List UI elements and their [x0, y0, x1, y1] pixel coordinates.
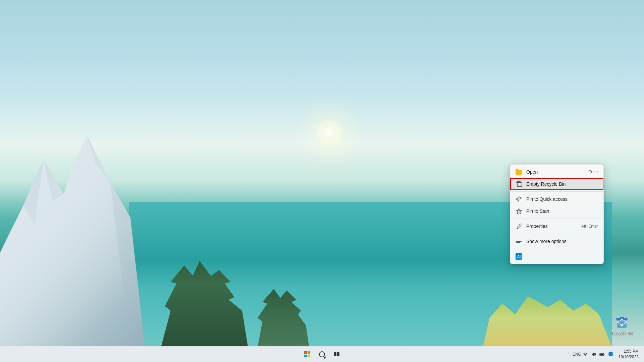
volume-icon [591, 352, 596, 357]
chevron-up-icon: ^ [567, 351, 571, 357]
system-tray: ^ ENG [565, 350, 614, 358]
task-view-button[interactable] [330, 348, 343, 361]
recycle-bin-image [614, 313, 630, 329]
wrench-icon [516, 223, 522, 230]
notification-badge: 10 [608, 352, 613, 356]
context-menu-properties-label: Properties [526, 224, 548, 229]
sun-decoration [316, 119, 342, 146]
svg-rect-7 [600, 354, 603, 355]
notification-button[interactable]: 10 [606, 350, 614, 358]
language-indicator[interactable]: ENG [573, 350, 581, 358]
context-menu-show-more-label: Show more options [526, 239, 567, 244]
context-menu-open-shortcut: Enter [588, 170, 598, 174]
folder-icon [516, 169, 522, 175]
context-menu-item-open[interactable]: Open Enter [510, 166, 603, 178]
taskbar-center [301, 348, 343, 361]
pin-quick-access-icon [516, 196, 522, 202]
svg-rect-3 [516, 240, 522, 240]
context-menu-item-pin-start[interactable]: Pin to Start [510, 205, 603, 217]
recycle-bin-label: Recycle Bin [611, 331, 633, 336]
context-menu-properties-shortcut: Alt+Enter [581, 224, 598, 229]
desktop: Recycle Bin Open Enter Empty Recycle Bin [0, 0, 644, 362]
context-menu-item-ai[interactable]: AI [510, 250, 603, 262]
context-menu-pin-start-label: Pin to Start [526, 208, 549, 214]
windows-logo [304, 351, 310, 357]
wifi-button[interactable] [581, 350, 589, 358]
start-button[interactable] [301, 348, 314, 361]
context-menu-divider-2 [510, 219, 603, 219]
svg-rect-5 [516, 242, 520, 243]
language-label: ENG [573, 352, 581, 357]
task-view-icon [334, 352, 339, 356]
context-menu-item-properties[interactable]: Properties Alt+Enter [510, 220, 603, 232]
svg-rect-4 [516, 241, 522, 242]
clock-date: 10/10/2023 [619, 354, 639, 360]
battery-icon [599, 352, 605, 357]
clock-time: 1:55 PM [619, 349, 639, 354]
wifi-icon [583, 352, 588, 357]
context-menu-divider-4 [510, 249, 603, 249]
tray-overflow-button[interactable]: ^ [565, 350, 573, 358]
search-icon [319, 351, 325, 357]
taskbar-clock[interactable]: 1:55 PM 10/10/2023 [616, 349, 641, 360]
taskbar: ^ ENG [0, 346, 644, 362]
svg-rect-8 [604, 354, 604, 355]
context-menu-empty-recycle-bin-label: Empty Recycle Bin [526, 181, 566, 187]
context-menu: Open Enter Empty Recycle Bin Pin to Quic… [510, 164, 604, 264]
context-menu-open-label: Open [526, 169, 538, 175]
recycle-bin-icon[interactable]: Recycle Bin [610, 312, 634, 337]
pin-start-icon [516, 208, 522, 215]
battery-button[interactable] [598, 350, 606, 358]
taskbar-right: ^ ENG [565, 349, 644, 360]
more-options-icon [516, 238, 522, 245]
search-button[interactable] [315, 348, 329, 361]
trash-icon [516, 181, 522, 187]
context-menu-pin-quick-access-label: Pin to Quick access [526, 196, 568, 202]
ai-icon: AI [516, 253, 522, 260]
context-menu-item-pin-quick-access[interactable]: Pin to Quick access [510, 193, 603, 205]
context-menu-item-empty-recycle-bin[interactable]: Empty Recycle Bin [510, 178, 603, 190]
volume-button[interactable] [590, 350, 598, 358]
context-menu-item-show-more-options[interactable]: Show more options [510, 235, 603, 247]
context-menu-divider-1 [510, 191, 603, 192]
context-menu-divider-3 [510, 234, 603, 234]
